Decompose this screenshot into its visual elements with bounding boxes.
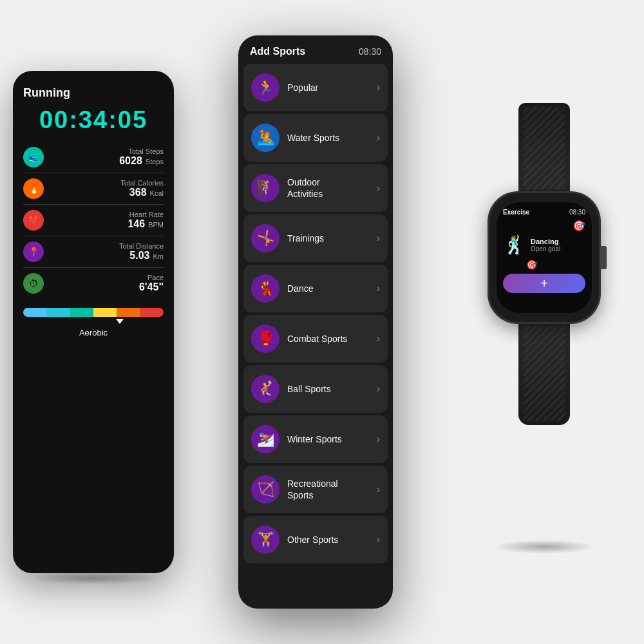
stat-label: Total Distance	[119, 242, 164, 250]
sport-name: Popular	[287, 82, 377, 93]
watch-band-bottom	[518, 322, 570, 425]
sport-list-item[interactable]: 🧗Outdoor Activities›	[243, 164, 388, 212]
chevron-icon: ›	[377, 534, 380, 545]
watch-shadow	[493, 540, 596, 554]
sport-list-item[interactable]: ⛷️Winter Sports›	[243, 415, 388, 463]
sport-name: Combat Sports	[287, 333, 377, 345]
stat-row: ⏱Pace6'45"	[23, 268, 164, 299]
stat-text: Total Steps6028 Steps	[50, 147, 164, 167]
chevron-icon: ›	[377, 484, 380, 495]
sport-icon: 🏹	[251, 475, 279, 504]
chevron-icon: ›	[377, 232, 380, 244]
stat-row: ❤️Heart Rate146 BPM	[23, 205, 164, 236]
sports-list: 🏃Popular›🤽Water Sports›🧗Outdoor Activiti…	[238, 64, 393, 609]
stat-text: Total Calories368 Kcal	[50, 179, 164, 198]
right-watch-container: Exercise 08:30 🎯 🕺 Dancing Open goal 🎯 +	[457, 71, 631, 573]
stat-row: 🔥Total Calories368 Kcal	[23, 173, 164, 205]
sport-icon: 💃	[251, 274, 279, 303]
progress-bar-container: Aerobic	[23, 308, 164, 337]
sport-icon: ⛷️	[251, 425, 279, 453]
progress-segment	[46, 308, 70, 317]
watch-add-button[interactable]: +	[503, 274, 585, 293]
sport-icon: 🤾	[251, 375, 279, 403]
center-header-time: 08:30	[359, 46, 381, 57]
watch-activity-info: Dancing Open goal	[531, 238, 560, 252]
sport-name: Water Sports	[287, 132, 377, 144]
sport-icon: 🏃	[251, 73, 279, 102]
sport-name: Outdoor Activities	[287, 176, 377, 200]
stats-container: 👟Total Steps6028 Steps🔥Total Calories368…	[23, 142, 164, 299]
watch-crown	[600, 246, 607, 269]
chevron-icon: ›	[377, 283, 380, 294]
chevron-icon: ›	[377, 132, 380, 144]
watch-exercise-title: Exercise	[503, 209, 529, 216]
stat-label: Pace	[147, 274, 164, 281]
sport-icon: 🤸	[251, 224, 279, 252]
sport-list-item[interactable]: 🥊Combat Sports›	[243, 315, 388, 363]
sport-name: Dance	[287, 283, 377, 294]
phone-title: Running	[23, 86, 70, 100]
sport-name: Trainings	[287, 232, 377, 244]
center-phone: Add Sports 08:30 🏃Popular›🤽Water Sports›…	[238, 35, 393, 609]
watch-dance-icon: 🕺	[503, 234, 526, 256]
sport-icon: 🥊	[251, 325, 279, 353]
stat-value: 368 Kcal	[129, 187, 164, 198]
watch-content: 🕺 Dancing Open goal	[503, 234, 585, 256]
watch-goal-icon-bottom: 🎯	[526, 260, 537, 270]
watch-case: Exercise 08:30 🎯 🕺 Dancing Open goal 🎯 +	[489, 193, 599, 322]
watch-screen: Exercise 08:30 🎯 🕺 Dancing Open goal 🎯 +	[497, 202, 592, 313]
stat-label: Total Calories	[120, 179, 164, 187]
chevron-icon: ›	[377, 383, 380, 395]
aerobic-label: Aerobic	[79, 328, 108, 337]
sport-list-item[interactable]: 🤽Water Sports›	[243, 114, 388, 162]
stat-label: Total Steps	[129, 147, 164, 155]
sport-name: Recreational Sports	[287, 478, 377, 501]
progress-segment	[117, 308, 140, 317]
chevron-icon: ›	[377, 333, 380, 345]
stat-icon: 🔥	[23, 178, 44, 199]
sport-list-item[interactable]: 🏹Recreational Sports›	[243, 466, 388, 513]
watch-goal-icon-top: 🎯	[573, 220, 585, 232]
watch-band-top	[518, 103, 570, 193]
sport-name: Ball Sports	[287, 383, 377, 395]
sport-name: Other Sports	[287, 534, 377, 545]
center-header-title: Add Sports	[250, 46, 305, 57]
watch-body: Exercise 08:30 🎯 🕺 Dancing Open goal 🎯 +	[480, 103, 609, 541]
progress-segment	[140, 308, 164, 317]
sport-list-item[interactable]: 🤾Ball Sports›	[243, 365, 388, 413]
stat-label: Heart Rate	[129, 211, 164, 218]
stat-value: 146 BPM	[128, 218, 164, 230]
stat-row: 👟Total Steps6028 Steps	[23, 142, 164, 173]
progress-bar	[23, 308, 164, 317]
sport-name: Winter Sports	[287, 433, 377, 445]
sport-list-item[interactable]: 🏃Popular›	[243, 64, 388, 111]
chevron-icon: ›	[377, 182, 380, 194]
timer-display: 00:34:05	[39, 106, 147, 134]
stat-text: Pace6'45"	[50, 274, 164, 293]
sport-icon: 🧗	[251, 174, 279, 202]
stat-value: 6'45"	[139, 281, 164, 293]
chevron-icon: ›	[377, 433, 380, 445]
left-phone: Running 00:34:05 👟Total Steps6028 Steps🔥…	[13, 71, 174, 573]
watch-time: 08:30	[569, 209, 585, 216]
stat-icon: ⏱	[23, 273, 44, 294]
progress-segment	[70, 308, 93, 317]
stat-text: Heart Rate146 BPM	[50, 211, 164, 230]
sport-icon: 🤽	[251, 124, 279, 152]
stat-row: 📍Total Distance5.03 Km	[23, 236, 164, 268]
sport-list-item[interactable]: 💃Dance›	[243, 265, 388, 312]
center-header: Add Sports 08:30	[238, 35, 393, 64]
stat-icon: 📍	[23, 242, 44, 262]
progress-segment	[93, 308, 117, 317]
watch-activity-name: Dancing	[531, 238, 560, 245]
watch-activity-sub: Open goal	[531, 245, 560, 252]
sport-list-item[interactable]: 🏋️Other Sports›	[243, 516, 388, 564]
chevron-icon: ›	[377, 82, 380, 93]
stat-icon: 👟	[23, 147, 44, 167]
sport-list-item[interactable]: 🤸Trainings›	[243, 214, 388, 262]
watch-header: Exercise 08:30	[503, 209, 585, 216]
stat-value: 6028 Steps	[119, 155, 164, 167]
stat-text: Total Distance5.03 Km	[50, 242, 164, 261]
progress-indicator	[116, 319, 124, 324]
scene: Running 00:34:05 👟Total Steps6028 Steps🔥…	[6, 13, 638, 631]
